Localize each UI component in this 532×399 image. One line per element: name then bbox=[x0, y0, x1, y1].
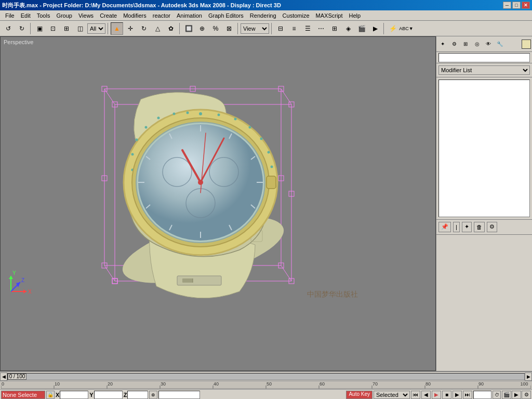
menu-item-maxscript[interactable]: MAXScript bbox=[313, 11, 346, 20]
redo-button[interactable]: ↻ bbox=[16, 22, 28, 35]
timeline-track[interactable]: 0 / 100 bbox=[7, 373, 525, 380]
select-rotate-button[interactable]: ↻ bbox=[138, 22, 150, 35]
show-end-result-button[interactable]: | bbox=[453, 222, 460, 232]
namefield-button[interactable]: ABC▼ bbox=[400, 22, 413, 35]
select-move-button[interactable]: ✛ bbox=[124, 22, 137, 35]
hierarchy-panel-button[interactable]: ⊞ bbox=[460, 39, 471, 49]
z-input[interactable]: 0.0 bbox=[127, 391, 148, 399]
layer-button[interactable]: ☰ bbox=[301, 22, 314, 35]
bottom-row1: None Selecte 🔒 X 31.446 Y -6.795 Z 0.0 ⊕… bbox=[0, 390, 532, 399]
maximize-button[interactable]: □ bbox=[512, 2, 521, 9]
snap-toggle-button[interactable]: 🔲 bbox=[182, 22, 195, 35]
current-frame-input[interactable]: 0 bbox=[473, 391, 491, 399]
anim-opts-button[interactable]: ⚙ bbox=[522, 391, 531, 399]
make-preview-button[interactable]: ▶ bbox=[512, 391, 521, 399]
svg-point-59 bbox=[173, 113, 176, 115]
svg-point-82 bbox=[198, 180, 203, 185]
menu-item-reactor[interactable]: reactor bbox=[150, 11, 174, 20]
time-config-button[interactable]: ⏱ bbox=[493, 391, 501, 399]
angle-snap-button[interactable]: ⊕ bbox=[196, 22, 208, 35]
select-manipulate-button[interactable]: ✿ bbox=[165, 22, 177, 35]
select-object-button[interactable]: ▣ bbox=[33, 22, 46, 35]
snap-icon[interactable]: ⊕ bbox=[149, 391, 157, 399]
create-panel-button[interactable]: ✦ bbox=[437, 39, 448, 49]
object-color-swatch[interactable] bbox=[522, 39, 531, 49]
none-selected-display: None Selecte bbox=[1, 391, 45, 399]
play-button[interactable]: ▶ bbox=[432, 391, 441, 399]
undo-button[interactable]: ↺ bbox=[2, 22, 15, 35]
x-input[interactable]: 31.446 bbox=[60, 391, 88, 399]
menu-item-rendering[interactable]: Rendering bbox=[247, 11, 280, 20]
time-slider-thumb[interactable]: 0 / 100 bbox=[8, 374, 26, 380]
svg-text:Y: Y bbox=[12, 270, 16, 276]
svg-text:0: 0 bbox=[2, 381, 4, 387]
lock-button[interactable]: 🔒 bbox=[46, 391, 55, 399]
svg-text:40: 40 bbox=[214, 381, 219, 387]
timeline-right-arrow[interactable]: ▶ bbox=[525, 373, 532, 381]
menu-item-modifiers[interactable]: Modifiers bbox=[120, 11, 150, 20]
close-button[interactable]: ✕ bbox=[522, 2, 530, 9]
select-region-button[interactable]: ⊞ bbox=[60, 22, 73, 35]
spinner-snap-button[interactable]: ⊠ bbox=[223, 22, 235, 35]
toolbar-separator-5 bbox=[271, 23, 272, 34]
menu-item-animation[interactable]: Animation bbox=[174, 11, 205, 20]
go-to-start-button[interactable]: ⏮ bbox=[411, 391, 420, 399]
window-crossing-button[interactable]: ◫ bbox=[74, 22, 86, 35]
percent-snap-button[interactable]: % bbox=[209, 22, 222, 35]
menu-item-help[interactable]: Help bbox=[346, 11, 364, 20]
menu-item-views[interactable]: Views bbox=[75, 11, 97, 20]
menu-item-create[interactable]: Create bbox=[97, 11, 120, 20]
svg-point-60 bbox=[187, 112, 189, 114]
render-anim-button[interactable]: 🎬 bbox=[502, 391, 511, 399]
select-tool-button[interactable]: ▲ bbox=[111, 22, 123, 35]
svg-point-36 bbox=[218, 114, 220, 116]
stop-button[interactable]: ■ bbox=[442, 391, 451, 399]
toolbar-separator-4 bbox=[237, 23, 238, 34]
configure-modifier-button[interactable]: ⚙ bbox=[487, 222, 497, 232]
selected-dropdown[interactable]: Selected bbox=[374, 391, 410, 399]
menu-item-edit[interactable]: Edit bbox=[18, 11, 34, 20]
schematic-button[interactable]: ⊞ bbox=[328, 22, 341, 35]
material-editor-button[interactable]: ◈ bbox=[342, 22, 354, 35]
svg-point-37 bbox=[234, 118, 237, 121]
pin-stack-button[interactable]: 📌 bbox=[438, 222, 451, 232]
select-by-name-button[interactable]: ⊡ bbox=[47, 22, 59, 35]
auto-key-button[interactable]: Auto Key bbox=[346, 391, 373, 399]
utilities-panel-button[interactable]: 🔧 bbox=[495, 39, 505, 49]
filter-dropdown[interactable]: All bbox=[87, 23, 105, 34]
menu-item-customize[interactable]: Customize bbox=[280, 11, 313, 20]
next-frame-button[interactable]: ▶ bbox=[453, 391, 462, 399]
timeline-left-arrow[interactable]: ◀ bbox=[0, 373, 7, 381]
modifier-list-dropdown[interactable]: Modifier List bbox=[438, 65, 530, 75]
render-setup-button[interactable]: 🎬 bbox=[355, 22, 368, 35]
light-button[interactable]: ⚡ bbox=[387, 22, 399, 35]
align-button[interactable]: ≡ bbox=[288, 22, 300, 35]
svg-text:X: X bbox=[28, 289, 32, 295]
menu-item-tools[interactable]: Tools bbox=[34, 11, 54, 20]
remove-modifier-button[interactable]: 🗑 bbox=[474, 222, 485, 232]
select-scale-button[interactable]: △ bbox=[151, 22, 164, 35]
make-unique-button[interactable]: ✦ bbox=[462, 222, 472, 232]
name-field-row bbox=[436, 52, 532, 63]
motion-panel-button[interactable]: ◎ bbox=[472, 39, 482, 49]
viewport[interactable]: Perspective bbox=[0, 36, 436, 371]
mirror-button[interactable]: ⊟ bbox=[274, 22, 287, 35]
svg-rect-83 bbox=[267, 176, 276, 189]
modify-panel-button[interactable]: ⚙ bbox=[449, 39, 459, 49]
object-name-input[interactable] bbox=[438, 53, 530, 62]
menu-item-file[interactable]: File bbox=[2, 11, 18, 20]
display-panel-button[interactable]: 👁 bbox=[483, 39, 494, 49]
prev-frame-button[interactable]: ◀ bbox=[421, 391, 431, 399]
snap-options-icon[interactable]: ⊕ bbox=[149, 391, 157, 399]
curve-editor-button[interactable]: ⋯ bbox=[315, 22, 327, 35]
menu-item-group[interactable]: Group bbox=[53, 11, 75, 20]
render-button[interactable]: ▶ bbox=[369, 22, 381, 35]
minimize-button[interactable]: ─ bbox=[503, 2, 511, 9]
toolbar-separator-1 bbox=[30, 23, 31, 34]
view-dropdown[interactable]: View bbox=[241, 23, 269, 34]
y-input[interactable]: -6.795 bbox=[94, 391, 123, 399]
menu-item-graph editors[interactable]: Graph Editors bbox=[205, 11, 247, 20]
bottom-area: ◀ 0 / 100 ▶ 0 10 20 30 bbox=[0, 371, 532, 399]
grid-input[interactable]: Grid = 10.0 bbox=[158, 391, 200, 399]
go-to-end-button[interactable]: ⏭ bbox=[463, 391, 472, 399]
